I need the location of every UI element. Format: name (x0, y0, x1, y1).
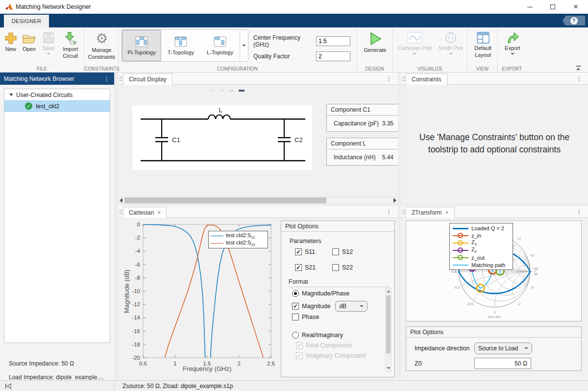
tab-circuit-display[interactable]: Circuit Display (123, 73, 172, 85)
panel-grip-icon[interactable] (119, 76, 122, 81)
topology-gallery-button[interactable] (240, 30, 248, 61)
pi-topology-button[interactable]: Pi-Topology (122, 30, 161, 61)
save-button[interactable]: Save (40, 30, 57, 55)
legend-label: test ckt2:S11 (226, 232, 255, 240)
cap2-label: C2 (294, 136, 303, 144)
gear-icon: ⚙ (96, 31, 108, 46)
checkbox-real-component[interactable]: Real Component (296, 342, 352, 349)
section-caption-configuration: CONFIGURATION (119, 66, 356, 72)
scroll-left-icon[interactable] (120, 198, 122, 203)
checkbox-s11[interactable]: S11 (295, 248, 315, 255)
tab-ztransform[interactable]: ZTransform × (406, 207, 455, 218)
s22-checkbox[interactable] (332, 264, 339, 271)
ribbon-section-constraints: ⚙ Manage Constraints CONSTRAINTS (84, 27, 119, 72)
scroll-right-icon[interactable] (393, 198, 396, 203)
s21-checkbox[interactable] (295, 264, 302, 271)
pi-topology-icon (134, 35, 149, 48)
s11-checkbox[interactable] (295, 248, 302, 255)
component-c1-box: Component C1 Capacitance (pF) 3.35 (326, 104, 399, 132)
z0-input[interactable]: 50 Ω (474, 358, 531, 369)
real-component-checkbox[interactable] (296, 342, 303, 349)
generate-button[interactable]: Generate (360, 30, 391, 54)
checkbox-s12[interactable]: S12 (332, 248, 353, 255)
scrollbar-thumb[interactable] (386, 295, 391, 353)
imaginary-component-checkbox[interactable] (296, 352, 303, 359)
panel-grip-icon[interactable] (119, 210, 122, 214)
magnitude-unit-dropdown[interactable]: dB (335, 301, 368, 312)
impedance-direction-dropdown[interactable]: Source to Load (474, 342, 532, 354)
browser-menu-button[interactable]: ⋮ (103, 75, 110, 82)
legend-line-sample (453, 255, 468, 261)
tree-group-user-created-circuits[interactable]: User-Created Circuits (4, 89, 110, 100)
collapse-panel-icon[interactable] (5, 383, 12, 389)
smith-legend[interactable]: Loaded Q = 2z_inZ1Z2z_outMatching path (449, 223, 513, 270)
new-button[interactable]: New (3, 30, 19, 53)
tab-cartesian[interactable]: Cartesian × (123, 207, 167, 218)
format-scrollbar[interactable] (385, 288, 392, 372)
ribbon-section-view: Default Layout VIEW (467, 27, 498, 72)
save-dropdown-caret (47, 53, 50, 55)
magnitude-phase-radio[interactable] (292, 290, 299, 297)
tab-close-icon[interactable]: × (445, 209, 449, 216)
tab-designer[interactable]: DESIGNER (4, 15, 49, 27)
legend-entry: z_out (453, 254, 513, 261)
plot-options-title: Plot Options (281, 221, 394, 232)
l-topology-button[interactable]: L-Topology (200, 30, 240, 61)
constraints-titlebar: Constraints ⋮ (401, 73, 588, 85)
section-caption-export: EXPORT (498, 66, 526, 72)
checkbox-s22[interactable]: S22 (332, 264, 353, 271)
center-frequency-input[interactable] (316, 36, 350, 46)
panel-grip-icon[interactable] (402, 76, 405, 81)
collapse-toolstrip-button[interactable] (575, 66, 582, 71)
maximize-button[interactable] (541, 0, 564, 14)
section-caption-constraints: CONSTRAINTS (84, 66, 118, 72)
radio-real-imaginary[interactable]: Real/Imaginary (292, 332, 343, 339)
phase-checkbox[interactable] (292, 314, 299, 320)
default-layout-button[interactable]: Default Layout (470, 30, 495, 59)
open-button[interactable]: Open (21, 30, 38, 53)
radio-magnitude-phase[interactable]: Magnitude/Phase (292, 290, 349, 297)
scrollbar-thumb[interactable] (124, 197, 326, 203)
tree-item-test-ckt2[interactable]: ✓ test_ckt2 (4, 100, 110, 112)
close-button[interactable]: × (564, 0, 587, 14)
tree-expander-icon[interactable] (9, 94, 13, 96)
dropdown-caret-icon (360, 305, 364, 307)
checkbox-phase[interactable]: Phase (292, 314, 319, 320)
quality-factor-label: Quality Factor (253, 53, 314, 60)
quality-factor-input[interactable] (316, 51, 350, 61)
smith-plot-button[interactable]: Smith Plot (436, 30, 465, 55)
cartesian-plot-button[interactable]: Cartesian Plot (396, 30, 433, 55)
cartesian-legend[interactable]: test ckt2:S11test ckt2:S21 (208, 231, 268, 248)
tab-constraints[interactable]: Constraints (406, 73, 447, 85)
ztransform-menu-button[interactable]: ⋮ (576, 208, 582, 215)
svg-text:-10: -10 (132, 288, 140, 294)
constraints-menu-button[interactable]: ⋮ (576, 74, 582, 82)
left-splitter[interactable] (114, 73, 118, 380)
checkbox-imaginary-component[interactable]: Imaginary Component (296, 352, 366, 359)
real-imaginary-radio[interactable] (292, 332, 299, 339)
import-circuit-button[interactable]: Import Circuit (59, 30, 82, 60)
t-topology-button[interactable]: T-Topology (161, 30, 200, 61)
magnitude-checkbox[interactable] (292, 303, 299, 310)
legend-line-sample (453, 262, 468, 268)
export-button[interactable]: Export (501, 30, 524, 55)
checkbox-s21[interactable]: S21 (295, 264, 316, 271)
tab-close-icon[interactable]: × (157, 209, 161, 216)
circuit-horizontal-scrollbar[interactable] (118, 196, 398, 203)
scroll-down-icon[interactable] (387, 367, 391, 369)
svg-text:-4: -4 (135, 248, 141, 254)
s12-checkbox[interactable] (332, 248, 339, 255)
circuit-canvas[interactable]: L C1 C2 (132, 105, 312, 170)
component-l-title: Component L (327, 138, 398, 149)
impedance-direction-row: Impedance direction Source to Load (415, 342, 532, 354)
checkbox-magnitude[interactable]: Magnitude dB (292, 301, 368, 312)
help-button[interactable]: ? (563, 16, 585, 25)
panel-grip-icon[interactable] (402, 210, 405, 214)
legend-line-sample (453, 247, 468, 253)
section-caption-visualize: VISUALIZE (393, 66, 467, 72)
circuit-display-menu-button[interactable]: ⋮ (386, 74, 392, 82)
cartesian-menu-button[interactable]: ⋮ (386, 208, 392, 215)
minimize-button[interactable] (518, 0, 541, 14)
scroll-up-icon[interactable] (387, 290, 391, 293)
manage-constraints-button[interactable]: ⚙ Manage Constraints (87, 30, 116, 61)
